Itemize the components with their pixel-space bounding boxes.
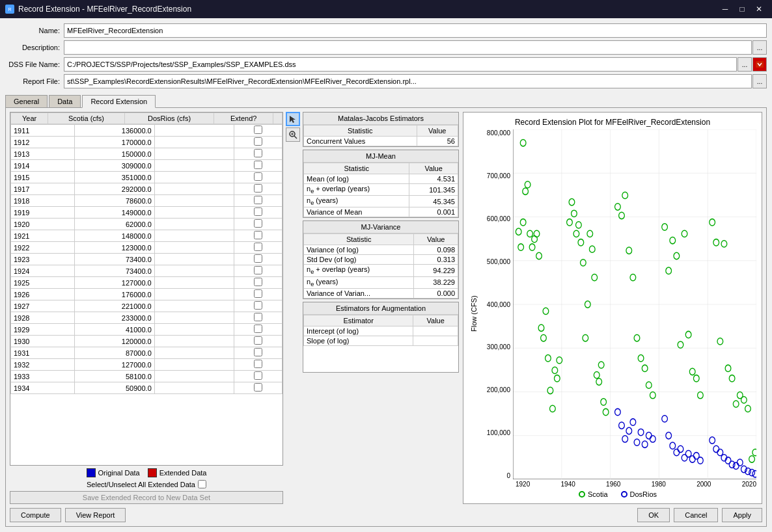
mj-mean-row1-stat: Mean (of log)	[304, 174, 409, 184]
cell-extend[interactable]	[234, 207, 283, 219]
cancel-button[interactable]: Cancel	[674, 508, 718, 522]
cell-extend[interactable]	[234, 160, 283, 172]
svg-point-62	[626, 247, 632, 254]
desc-row: Description: ...	[5, 40, 767, 55]
table-row: 1928 233000.0	[11, 312, 283, 324]
cell-extend[interactable]	[234, 371, 283, 382]
table-row: 1912 170000.0	[11, 137, 283, 148]
svg-point-121	[749, 469, 755, 475]
cell-extend[interactable]	[234, 242, 283, 254]
cell-year: 1911	[11, 125, 75, 137]
cell-scotia: 73400.0	[75, 254, 155, 265]
cell-extend[interactable]	[234, 195, 283, 207]
svg-point-47	[578, 239, 584, 246]
desc-input[interactable]	[64, 40, 752, 55]
cell-extend[interactable]	[234, 230, 283, 242]
cell-extend[interactable]	[234, 219, 283, 230]
svg-point-91	[615, 408, 621, 415]
mj-var-row3-val: 94.229	[414, 265, 458, 276]
ok-button[interactable]: OK	[637, 508, 670, 522]
svg-point-36	[545, 355, 551, 362]
app-icon: R	[5, 5, 14, 14]
apply-button[interactable]: Apply	[722, 508, 762, 522]
save-extended-button[interactable]: Save Extended Record to New Data Set	[10, 491, 283, 504]
col-scotia: Scotia (cfs)	[48, 113, 124, 124]
y-label-600k: 600,000	[479, 215, 510, 222]
aug-row1-val	[413, 326, 458, 336]
svg-point-104	[674, 449, 680, 455]
cell-scotia: 170000.0	[75, 137, 155, 148]
cell-dosrios	[154, 125, 234, 137]
cell-extend[interactable]	[234, 148, 283, 160]
aug-row2-est: Slope (of log)	[304, 336, 413, 345]
desc-browse-button[interactable]: ...	[752, 40, 767, 55]
cell-extend[interactable]	[234, 382, 283, 394]
cell-extend[interactable]	[234, 172, 283, 183]
cell-extend[interactable]	[234, 289, 283, 300]
report-input[interactable]	[64, 74, 752, 88]
cell-scotia: 58100.0	[75, 371, 155, 382]
minimize-button[interactable]: ─	[717, 3, 733, 16]
cell-dosrios	[154, 172, 234, 183]
dss-browse-button[interactable]: ...	[738, 57, 752, 72]
cell-dosrios	[154, 324, 234, 336]
svg-point-45	[573, 230, 579, 237]
cell-extend[interactable]	[234, 125, 283, 137]
cell-extend[interactable]	[234, 137, 283, 148]
cell-dosrios	[154, 230, 234, 242]
title-bar: R Record Extension - MFEelRiver_RecordEx…	[0, 0, 772, 18]
cell-scotia: 123000.0	[75, 242, 155, 254]
svg-point-100	[650, 436, 655, 442]
table-scroll[interactable]: 1911 136000.0 1912 170000.0 1913 150000.…	[10, 124, 283, 465]
svg-point-29	[529, 244, 535, 250]
cursor-tool-button[interactable]	[286, 112, 300, 126]
dss-icon-button[interactable]	[752, 57, 767, 72]
compute-button[interactable]: Compute	[10, 508, 61, 522]
window-controls: ─ □ ✕	[717, 3, 767, 16]
svg-point-83	[725, 365, 731, 371]
name-label: Name:	[5, 27, 64, 34]
name-input[interactable]	[64, 23, 767, 38]
maximize-button[interactable]: □	[734, 3, 750, 16]
cell-extend[interactable]	[234, 277, 283, 289]
view-report-button[interactable]: View Report	[65, 508, 126, 522]
cell-extend[interactable]	[234, 265, 283, 277]
cell-extend[interactable]	[234, 324, 283, 336]
mj-variance-section: MJ-Variance Statistic Value Variance (of…	[303, 220, 459, 299]
select-all-checkbox[interactable]	[198, 480, 206, 488]
chart-svg-container[interactable]	[513, 129, 756, 479]
cell-extend[interactable]	[234, 312, 283, 324]
bottom-bar: Compute View Report OK Cancel Apply	[10, 508, 762, 522]
chart-legend-dosrios: DosRios	[621, 490, 657, 498]
cell-dosrios	[154, 312, 234, 324]
svg-point-33	[538, 325, 544, 331]
cell-extend[interactable]	[234, 347, 283, 359]
tab-data[interactable]: Data	[49, 95, 81, 108]
cell-extend[interactable]	[234, 183, 283, 195]
svg-point-59	[615, 204, 621, 210]
svg-point-110	[698, 457, 704, 464]
zoom-tool-button[interactable]	[286, 127, 300, 142]
svg-line-4	[294, 136, 297, 139]
svg-point-28	[527, 230, 533, 237]
table-row: 1933 58100.0	[11, 371, 283, 382]
tab-record-extension[interactable]: Record Extension	[82, 95, 156, 108]
cell-extend[interactable]	[234, 336, 283, 347]
mj-mean-val-header: Value	[409, 163, 458, 174]
mj-var-stat-header: Statistic	[304, 234, 414, 245]
y-label-400k: 400,000	[479, 301, 510, 308]
chart-area: Flow (CFS) 800,000 700,000 600,000 500,0…	[469, 129, 756, 498]
close-button[interactable]: ✕	[751, 3, 767, 16]
dss-input[interactable]	[64, 57, 737, 72]
data-table: Year Scotia (cfs) DosRios (cfs) Extend?	[10, 113, 283, 124]
report-browse-button[interactable]: ...	[752, 74, 767, 88]
cell-dosrios	[154, 336, 234, 347]
cell-extend[interactable]	[234, 300, 283, 312]
svg-point-118	[737, 459, 743, 466]
cell-scotia: 150000.0	[75, 148, 155, 160]
cell-extend[interactable]	[234, 359, 283, 371]
tab-general[interactable]: General	[5, 95, 48, 108]
svg-point-75	[685, 331, 691, 338]
y-label-200k: 200,000	[479, 386, 510, 393]
cell-extend[interactable]	[234, 254, 283, 265]
